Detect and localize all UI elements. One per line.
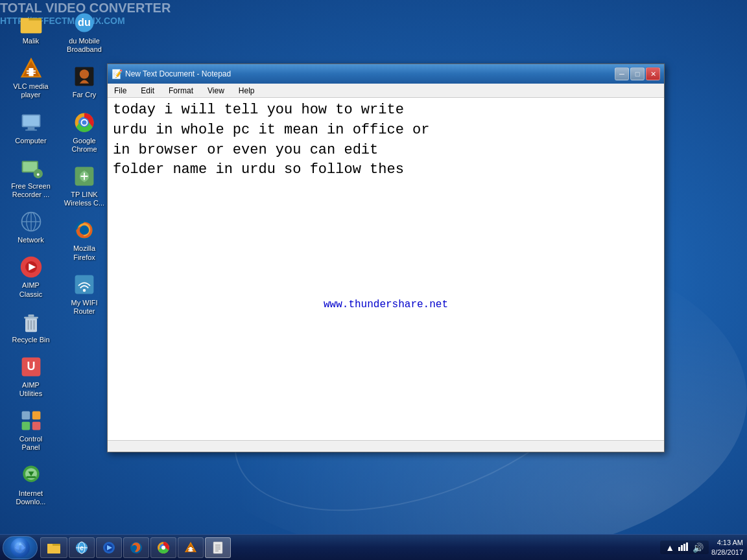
taskbar-right: ▲ 🔊 4:13 AM 8/28/2017 [660,538,743,557]
menu-format[interactable]: Format [165,85,197,97]
svg-point-51 [83,288,86,292]
svg-text:U: U [27,360,35,373]
start-orb [10,538,30,557]
desktop-icon-du-mobile[interactable]: du du Mobile Broadband [60,6,109,57]
my-wifi-label: My WIFI Router [64,299,106,316]
internet-dl-label: Internet Downlo... [10,489,52,506]
my-wifi-router-icon [71,272,97,298]
svg-text:du: du [78,16,91,28]
svg-rect-31 [21,412,30,420]
svg-rect-24 [24,316,38,318]
desktop-icon-far-cry[interactable]: Far Cry [60,60,109,102]
desktop-icon-my-wifi[interactable]: My WIFI Router [60,268,109,319]
taskbar: e [0,534,747,560]
tp-link-icon [71,163,97,189]
desktop-icon-chrome[interactable]: Google Chrome [60,106,109,157]
taskbar-vlc[interactable] [178,537,204,558]
menu-view[interactable]: View [204,85,228,97]
du-mobile-icon: du [71,10,97,36]
taskbar-explorer[interactable] [40,537,67,558]
vlc-label: VLC media player [10,82,52,99]
taskbar-apps: e [40,537,660,558]
svg-rect-79 [683,544,685,551]
window-menubar: File Edit Format View Help [108,84,664,98]
notepad-textarea[interactable] [108,98,664,440]
free-screen-label: Free Screen Recorder ... [10,182,52,199]
svg-rect-9 [23,115,39,126]
system-tray: ▲ 🔊 [660,541,709,554]
menu-help[interactable]: Help [235,85,259,97]
desktop-icon-aimp-util[interactable]: U AIMP Utilities [6,351,55,401]
desktop-icon-aimp-classic[interactable]: AIMP Classic [6,251,55,301]
svg-rect-5 [29,68,33,76]
svg-rect-54 [47,546,60,554]
svg-rect-1 [20,20,41,33]
svg-text:●: ● [36,170,40,177]
google-chrome-icon [71,110,97,135]
desktop-icon-internet-dl[interactable]: Internet Downlo... [6,459,55,509]
tray-arrow[interactable]: ▲ [665,542,674,553]
desktop-icon-firefox[interactable]: Mozilla Firefox [60,214,109,264]
window-titlebar[interactable]: 📝 New Text Document - Notepad ─ □ ✕ [108,64,664,84]
desktop-icon-recycle[interactable]: Recycle Bin [6,305,55,347]
recycle-bin-icon [18,309,44,334]
control-panel-icon [18,408,44,434]
taskbar-notepad[interactable] [205,537,231,558]
desktop-icon-vlc[interactable]: VLC media player [6,52,55,102]
maximize-button[interactable]: □ [630,67,645,80]
taskbar-chrome[interactable] [150,537,176,558]
close-button[interactable]: ✕ [646,67,660,80]
desktop-icon-free-screen[interactable]: ● Free Screen Recorder ... [6,152,55,202]
desktop-icon-control-panel[interactable]: Control Panel [6,404,55,455]
computer-icon [18,110,44,135]
tray-volume-icon[interactable]: 🔊 [693,542,704,553]
svg-rect-10 [27,127,34,130]
malik-label: Malik [23,37,40,45]
free-screen-icon: ● [18,155,44,181]
window-statusbar [108,440,664,452]
desktop-icon-computer[interactable]: Computer [6,106,55,148]
aimp-utilities-icon: U [18,354,44,380]
clock[interactable]: 4:13 AM 8/28/2017 [711,538,743,557]
tp-link-label: TP LINK Wireless C... [64,191,106,207]
svg-rect-32 [32,412,40,420]
menu-file[interactable]: File [110,85,130,97]
desktop-icon-network[interactable]: Network [6,205,55,248]
menu-edit[interactable]: Edit [137,85,158,97]
taskbar-firefox[interactable] [123,537,149,558]
recycle-bin-label: Recycle Bin [12,336,49,344]
minimize-button[interactable]: ─ [615,67,629,80]
window-title: New Text Document - Notepad [125,69,615,78]
svg-rect-11 [25,129,37,130]
network-icon [18,209,44,235]
svg-rect-2 [20,18,29,21]
desktop-icon-tp-link[interactable]: TP LINK Wireless C... [60,160,109,211]
far-cry-icon [71,64,97,89]
svg-point-46 [82,120,86,124]
svg-rect-71 [188,550,193,552]
svg-rect-38 [26,476,35,478]
svg-point-49 [80,226,89,235]
tray-network-icon[interactable] [678,542,689,553]
svg-rect-13 [23,162,37,171]
internet-download-icon [18,462,44,488]
svg-rect-80 [686,542,688,551]
taskbar-ie[interactable]: e [69,537,95,558]
malik-icon [18,10,44,36]
firefox-label: Mozilla Firefox [64,244,106,261]
chrome-label: Google Chrome [64,137,106,154]
network-label: Network [18,236,43,244]
svg-rect-70 [188,548,193,550]
svg-text:e: e [80,544,84,552]
svg-rect-77 [678,547,680,551]
clock-date: 8/28/2017 [711,548,743,557]
computer-label: Computer [15,137,46,145]
start-button[interactable] [3,536,38,559]
desktop-icon-malik[interactable]: Malik [6,6,55,49]
notepad-window: 📝 New Text Document - Notepad ─ □ ✕ File… [107,64,665,452]
du-mobile-label: du Mobile Broadband [64,37,106,54]
taskbar-media-player[interactable] [96,537,122,558]
desktop: TOTAL VIDEO CONVERTER HTTP://EFFECTMATRI… [0,0,747,560]
clock-time: 4:13 AM [711,538,743,547]
aimp-classic-label: AIMP Classic [10,281,52,298]
